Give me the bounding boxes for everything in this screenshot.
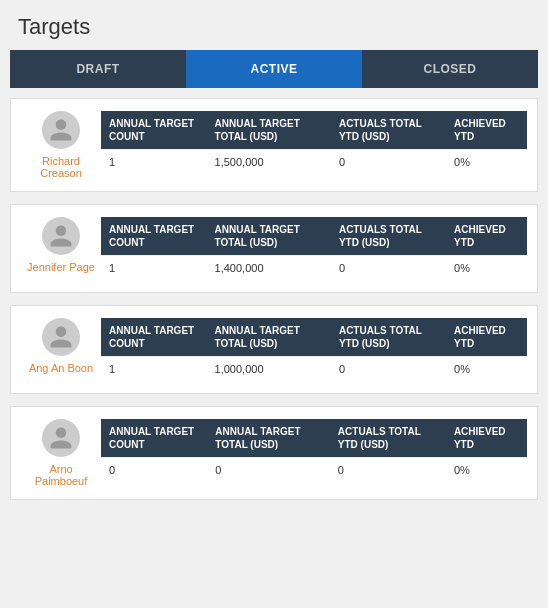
person-card: ArnoPaimboeufANNUAL TARGET COUNTANNUAL T… [10, 406, 538, 500]
table-row: 0000% [101, 458, 527, 483]
table-header: ANNUAL TARGET COUNT [101, 111, 207, 150]
table-cell: 0 [331, 357, 446, 382]
table-cell: 1 [101, 150, 207, 175]
table-header: ACHIEVED YTD [446, 111, 527, 150]
table-header: ACTUALS TOTAL YTD (USD) [331, 318, 446, 357]
page-title: Targets [0, 0, 548, 50]
avatar-section: Ang An Boon [21, 318, 101, 374]
tab-closed[interactable]: CLOSED [362, 50, 538, 88]
tab-active[interactable]: ACTIVE [186, 50, 362, 88]
table-cell: 1,000,000 [207, 357, 331, 382]
avatar [42, 419, 80, 457]
table-cell: 0 [331, 256, 446, 281]
data-table: ANNUAL TARGET COUNTANNUAL TARGET TOTAL (… [101, 217, 527, 280]
table-header: ACTUALS TOTAL YTD (USD) [331, 111, 446, 150]
table-header: ANNUAL TARGET TOTAL (USD) [207, 111, 331, 150]
table-cell: 0% [446, 458, 527, 483]
table-header: ANNUAL TARGET COUNT [101, 318, 207, 357]
table-section: ANNUAL TARGET COUNTANNUAL TARGET TOTAL (… [101, 217, 527, 280]
content-area: RichardCreasonANNUAL TARGET COUNTANNUAL … [0, 88, 548, 522]
table-cell: 0% [446, 150, 527, 175]
table-cell: 0 [331, 150, 446, 175]
table-row: 11,500,00000% [101, 150, 527, 175]
table-section: ANNUAL TARGET COUNTANNUAL TARGET TOTAL (… [101, 111, 527, 174]
table-row: 11,000,00000% [101, 357, 527, 382]
table-header: ACHIEVED YTD [446, 217, 527, 256]
person-name: Ang An Boon [29, 362, 93, 374]
table-section: ANNUAL TARGET COUNTANNUAL TARGET TOTAL (… [101, 419, 527, 482]
person-name: RichardCreason [40, 155, 82, 179]
table-cell: 0 [330, 458, 446, 483]
table-cell: 0% [446, 256, 527, 281]
table-cell: 1,400,000 [207, 256, 331, 281]
table-header: ANNUAL TARGET TOTAL (USD) [207, 217, 331, 256]
table-cell: 1 [101, 357, 207, 382]
table-header: ACHIEVED YTD [446, 419, 527, 458]
person-card: RichardCreasonANNUAL TARGET COUNTANNUAL … [10, 98, 538, 192]
table-header: ANNUAL TARGET TOTAL (USD) [207, 318, 331, 357]
table-header: ACTUALS TOTAL YTD (USD) [331, 217, 446, 256]
avatar-section: ArnoPaimboeuf [21, 419, 101, 487]
person-card: Ang An BoonANNUAL TARGET COUNTANNUAL TAR… [10, 305, 538, 394]
table-cell: 0 [207, 458, 329, 483]
person-name: Jennifer Page [27, 261, 95, 273]
avatar-section: Jennifer Page [21, 217, 101, 273]
table-header: ACHIEVED YTD [446, 318, 527, 357]
table-header: ANNUAL TARGET COUNT [101, 217, 207, 256]
person-card: Jennifer PageANNUAL TARGET COUNTANNUAL T… [10, 204, 538, 293]
table-cell: 1 [101, 256, 207, 281]
data-table: ANNUAL TARGET COUNTANNUAL TARGET TOTAL (… [101, 318, 527, 381]
data-table: ANNUAL TARGET COUNTANNUAL TARGET TOTAL (… [101, 111, 527, 174]
table-header: ACTUALS TOTAL YTD (USD) [330, 419, 446, 458]
tab-draft[interactable]: DRAFT [10, 50, 186, 88]
avatar [42, 111, 80, 149]
avatar-section: RichardCreason [21, 111, 101, 179]
table-cell: 0% [446, 357, 527, 382]
person-name: ArnoPaimboeuf [35, 463, 88, 487]
table-cell: 0 [101, 458, 207, 483]
table-header: ANNUAL TARGET TOTAL (USD) [207, 419, 329, 458]
table-header: ANNUAL TARGET COUNT [101, 419, 207, 458]
table-row: 11,400,00000% [101, 256, 527, 281]
data-table: ANNUAL TARGET COUNTANNUAL TARGET TOTAL (… [101, 419, 527, 482]
table-cell: 1,500,000 [207, 150, 331, 175]
tabs-container: DRAFT ACTIVE CLOSED [10, 50, 538, 88]
avatar [42, 217, 80, 255]
avatar [42, 318, 80, 356]
table-section: ANNUAL TARGET COUNTANNUAL TARGET TOTAL (… [101, 318, 527, 381]
